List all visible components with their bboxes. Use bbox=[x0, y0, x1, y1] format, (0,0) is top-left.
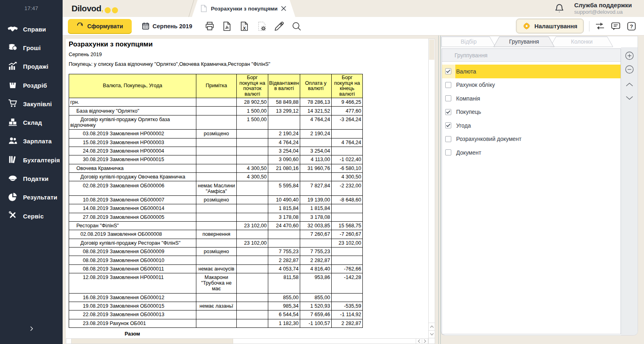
table-row[interactable]: 08.08.2019 Замовлення ОБ000009розміщено7… bbox=[69, 248, 363, 256]
add-icon[interactable] bbox=[625, 51, 634, 60]
table-row[interactable]: 19.08.2019 Замовлення ОБ000015немає лаза… bbox=[69, 302, 363, 310]
table-cell: 08.08.2019 Замовлення ОБ000009 bbox=[69, 248, 196, 256]
sidebar-item-9[interactable]: Результати bbox=[0, 188, 63, 207]
horizontal-scrollbar-thumb[interactable] bbox=[72, 339, 233, 344]
horizontal-scrollbar[interactable] bbox=[66, 338, 428, 344]
report-settings-icon[interactable] bbox=[257, 21, 267, 31]
table-row[interactable]: 27.08.2019 Замовлення ОБ0000053 178,083 … bbox=[69, 213, 363, 221]
sidebar-item-2[interactable]: Продажі bbox=[0, 57, 63, 76]
table-row[interactable]: Договір купівлі-продажу Овочева Крамничк… bbox=[69, 173, 363, 181]
report-filter: Покупець: у списку База відпочинку "Орля… bbox=[69, 61, 428, 67]
table-row[interactable]: 12.08.2019 Замовлення НР000011Макарони "… bbox=[69, 273, 363, 293]
sidebar-item-7[interactable]: Бухгалтерія bbox=[0, 151, 63, 169]
period-picker[interactable]: Серпень 2019 bbox=[142, 22, 192, 30]
grouping-item-6[interactable]: Документ bbox=[442, 146, 621, 159]
printer-icon[interactable] bbox=[204, 21, 215, 31]
checkbox[interactable] bbox=[445, 149, 451, 155]
checkbox[interactable] bbox=[445, 68, 451, 74]
grouping-item-3[interactable]: Покупець bbox=[442, 105, 621, 119]
filter-settings-icon[interactable] bbox=[595, 21, 605, 31]
checkbox[interactable] bbox=[445, 82, 451, 88]
table-row[interactable]: 02.08.2019 Замовлення ОБ000006немає Масл… bbox=[69, 181, 363, 195]
settings-button[interactable]: Налаштування bbox=[516, 19, 584, 34]
scrollbar-track bbox=[233, 339, 416, 344]
sidebar-item-3[interactable]: Роздріб bbox=[0, 76, 63, 94]
sidebar-item-label: Податки bbox=[23, 175, 48, 182]
scroll-left-button[interactable] bbox=[416, 339, 422, 344]
table-cell: Договір купівлі-продажу Ресторан "ФілінS… bbox=[69, 239, 196, 247]
table-row[interactable]: 14.08.2019 Замовлення ОБ0000141 815,841 … bbox=[69, 204, 363, 213]
table-row[interactable]: 16.08.2019 Замовлення ОБ000012855,00855,… bbox=[69, 293, 363, 302]
panel-splitter[interactable] bbox=[438, 36, 441, 344]
scroll-up-button[interactable] bbox=[429, 323, 435, 330]
table-cell: 24 470,60 bbox=[268, 221, 300, 230]
sidebar-item-5[interactable]: Склад bbox=[0, 113, 63, 132]
grouping-item-4[interactable]: Угода bbox=[442, 119, 621, 132]
table-cell: 02.08.2019 Замовлення ОБ000008 bbox=[69, 230, 196, 239]
vertical-scrollbar[interactable] bbox=[428, 39, 435, 338]
sidebar-menu: СправиГрошіПродажіРоздрібЗакупівліСкладЗ… bbox=[0, 20, 63, 225]
close-icon[interactable] bbox=[281, 6, 286, 11]
checkbox[interactable] bbox=[445, 109, 451, 115]
tab-report[interactable]: Розрахунки з покупцями bbox=[192, 0, 295, 17]
table-cell bbox=[196, 256, 237, 264]
scroll-down-button[interactable] bbox=[429, 330, 435, 338]
checkbox[interactable] bbox=[445, 95, 451, 101]
export-pdf-icon[interactable] bbox=[222, 21, 232, 31]
help-icon[interactable]: ? bbox=[626, 21, 637, 31]
tab-columns[interactable]: Колонки bbox=[571, 38, 592, 45]
table-row[interactable]: 15.08.2019 Замовлення НР0000034 764,244 … bbox=[69, 138, 363, 147]
dilovod-logo[interactable]: Dilovod, bbox=[63, 4, 118, 13]
grouping-item-0[interactable]: Валюта bbox=[442, 65, 621, 78]
sidebar-item-8[interactable]: Податки bbox=[0, 169, 63, 188]
sidebar-item-6[interactable]: Зарплата bbox=[0, 132, 63, 151]
chat-icon[interactable] bbox=[610, 21, 621, 31]
warehouse-icon bbox=[8, 117, 18, 128]
generate-button[interactable]: Сформувати bbox=[68, 19, 132, 33]
table-row[interactable]: 23.08.2019 Рахунок ОБ0011 182,30-1 100,5… bbox=[69, 319, 363, 327]
table-row[interactable]: грн.28 902,5058 849,8878 286,139 466,25 bbox=[69, 98, 363, 107]
move-down-icon[interactable] bbox=[625, 94, 634, 103]
sidebar-item-10[interactable]: Сервіс bbox=[0, 207, 63, 225]
table-row[interactable]: 03.08.2019 Замовлення НР000002розміщено2… bbox=[69, 130, 363, 138]
table-row[interactable]: База відпочинку "Орлятко"1 500,0013 299,… bbox=[69, 107, 363, 115]
move-up-icon[interactable] bbox=[625, 80, 634, 89]
table-cell bbox=[196, 147, 237, 155]
tab-grouping[interactable]: Групування bbox=[509, 38, 539, 45]
scrollbar-box bbox=[66, 339, 72, 344]
table-cell bbox=[268, 239, 300, 247]
table-row[interactable]: Овочева Крамничка4 300,5021 080,1631 960… bbox=[69, 164, 363, 172]
table-row[interactable]: 22.08.2019 Замовлення ОБ0000136 544,547 … bbox=[69, 310, 363, 319]
sidebar-item-1[interactable]: Гроші bbox=[0, 38, 63, 57]
checkbox[interactable] bbox=[445, 136, 451, 142]
edit-icon[interactable] bbox=[274, 21, 284, 31]
grouping-item-1[interactable]: Рахунок обліку bbox=[442, 78, 621, 92]
vertical-scrollbar-thumb[interactable] bbox=[429, 40, 434, 60]
table-row[interactable]: Договір купівлі-продажу Ресторан "ФілінS… bbox=[69, 239, 363, 247]
table-row[interactable]: Договір купівлі-продажу Орлятко база від… bbox=[69, 115, 363, 129]
notification-bell-icon[interactable] bbox=[554, 3, 564, 14]
remove-icon[interactable] bbox=[625, 65, 634, 74]
sidebar-item-0[interactable]: Справи bbox=[0, 20, 63, 38]
table-row[interactable]: Ресторан "ФілінS"23 102,0024 470,6032 00… bbox=[69, 221, 363, 230]
scroll-right-button[interactable] bbox=[422, 339, 428, 344]
search-icon[interactable] bbox=[291, 21, 302, 31]
table-row[interactable]: 08.08.2019 Замовлення ОБ0000102 282,872 … bbox=[69, 256, 363, 264]
checkbox-zone bbox=[442, 119, 455, 132]
support-info[interactable]: Служба поддержки support@delovod.ua bbox=[574, 2, 632, 15]
sidebar-item-4[interactable]: Закупівлі bbox=[0, 94, 63, 113]
table-row[interactable]: 30.08.2019 Замовлення НР0000153 090,604 … bbox=[69, 155, 363, 164]
table-cell: -6 580,10 bbox=[332, 164, 363, 172]
table-row[interactable]: 02.08.2019 Замовлення ОБ000008повернення… bbox=[69, 230, 363, 239]
export-excel-icon[interactable]: X bbox=[239, 21, 250, 31]
table-cell bbox=[332, 147, 363, 155]
table-row[interactable]: 10.08.2019 Замовлення ОБ000007розміщено1… bbox=[69, 195, 363, 204]
tab-filter[interactable]: Відбір bbox=[461, 38, 477, 45]
table-row[interactable]: 08.08.2019 Замовлення ОБ000011немає анчо… bbox=[69, 264, 363, 273]
sidebar-expand-button[interactable] bbox=[0, 325, 63, 334]
grouping-item-5[interactable]: Розрахунковий документ bbox=[442, 132, 621, 146]
checkbox[interactable] bbox=[445, 122, 451, 128]
table-row[interactable]: 24.08.2019 Замовлення НР0000043 254,043 … bbox=[69, 147, 363, 155]
table-cell: повернення bbox=[196, 230, 237, 239]
grouping-item-2[interactable]: Компанія bbox=[442, 92, 621, 105]
